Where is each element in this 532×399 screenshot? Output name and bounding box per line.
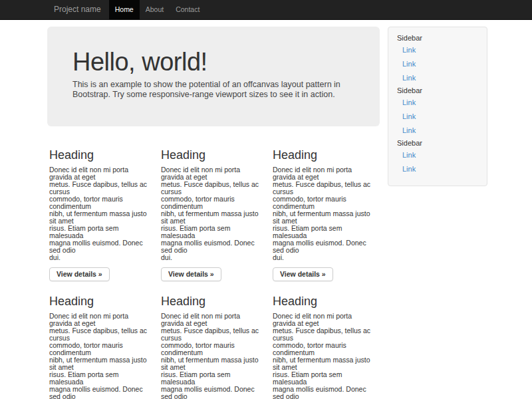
top-navbar: Project name Home About Contact: [0, 0, 532, 20]
card-body: Donec id elit non mi porta gravida at eg…: [161, 313, 262, 399]
sidebar-heading: Sidebar: [388, 138, 487, 148]
card-heading: Heading: [161, 295, 262, 309]
card-body: Donec id elit non mi porta gravida at eg…: [273, 313, 374, 399]
jumbotron-text: This is an example to show the potential…: [72, 80, 354, 100]
view-details-button[interactable]: View details »: [273, 267, 333, 281]
content-card: Heading Donec id elit non mi porta gravi…: [268, 148, 380, 281]
nav-item-about[interactable]: About: [140, 0, 170, 20]
nav-item: About: [140, 0, 170, 20]
sidebar-link[interactable]: Link: [388, 110, 487, 124]
sidebar-group-1: Sidebar Link Link Link: [388, 33, 487, 85]
card-row-2: Heading Donec id elit non mi porta gravi…: [45, 295, 381, 399]
content-card: Heading Donec id elit non mi porta gravi…: [45, 148, 156, 281]
sidebar-heading: Sidebar: [388, 33, 487, 43]
content-card: Heading Donec id elit non mi porta gravi…: [156, 295, 268, 399]
card-heading: Heading: [49, 295, 150, 309]
sidebar-link[interactable]: Link: [388, 124, 487, 138]
card-body: Donec id elit non mi porta gravida at eg…: [273, 166, 374, 261]
page-container: Hello, world! This is an example to show…: [45, 27, 487, 399]
card-body: Donec id elit non mi porta gravida at eg…: [49, 166, 150, 261]
sidebar-link[interactable]: Link: [388, 71, 487, 85]
sidebar: Sidebar Link Link Link Sidebar Link Link…: [388, 27, 487, 186]
card-heading: Heading: [49, 148, 150, 162]
brand-link[interactable]: Project name: [54, 0, 101, 20]
jumbotron: Hello, world! This is an example to show…: [47, 27, 380, 126]
sidebar-link[interactable]: Link: [388, 162, 487, 176]
nav-item-home[interactable]: Home: [109, 0, 140, 20]
card-body: Donec id elit non mi porta gravida at eg…: [161, 166, 262, 261]
view-details-button[interactable]: View details »: [161, 267, 221, 281]
nav-item: Contact: [170, 0, 205, 20]
sidebar-group-2: Sidebar Link Link Link: [388, 85, 487, 138]
sidebar-group-3: Sidebar Link Link: [388, 138, 487, 176]
main-content: Hello, world! This is an example to show…: [45, 27, 381, 399]
content-card: Heading Donec id elit non mi porta gravi…: [268, 295, 380, 399]
content-card: Heading Donec id elit non mi porta gravi…: [156, 148, 268, 281]
navbar-container: Project name Home About Contact: [45, 0, 487, 20]
sidebar-heading: Sidebar: [388, 85, 487, 96]
sidebar-link[interactable]: Link: [388, 148, 487, 162]
content-card: Heading Donec id elit non mi porta gravi…: [45, 295, 156, 399]
view-details-button[interactable]: View details »: [49, 267, 110, 281]
sidebar-link[interactable]: Link: [388, 43, 487, 57]
card-heading: Heading: [273, 148, 374, 162]
card-body: Donec id elit non mi porta gravida at eg…: [49, 313, 150, 399]
nav-item: Home: [109, 0, 140, 20]
card-heading: Heading: [273, 295, 374, 309]
card-row-1: Heading Donec id elit non mi porta gravi…: [45, 148, 381, 281]
sidebar-link[interactable]: Link: [388, 96, 487, 110]
card-heading: Heading: [161, 148, 262, 162]
sidebar-link[interactable]: Link: [388, 57, 487, 71]
page-title: Hello, world!: [72, 48, 354, 76]
navbar-menu: Home About Contact: [109, 0, 206, 20]
nav-item-contact[interactable]: Contact: [170, 0, 205, 20]
